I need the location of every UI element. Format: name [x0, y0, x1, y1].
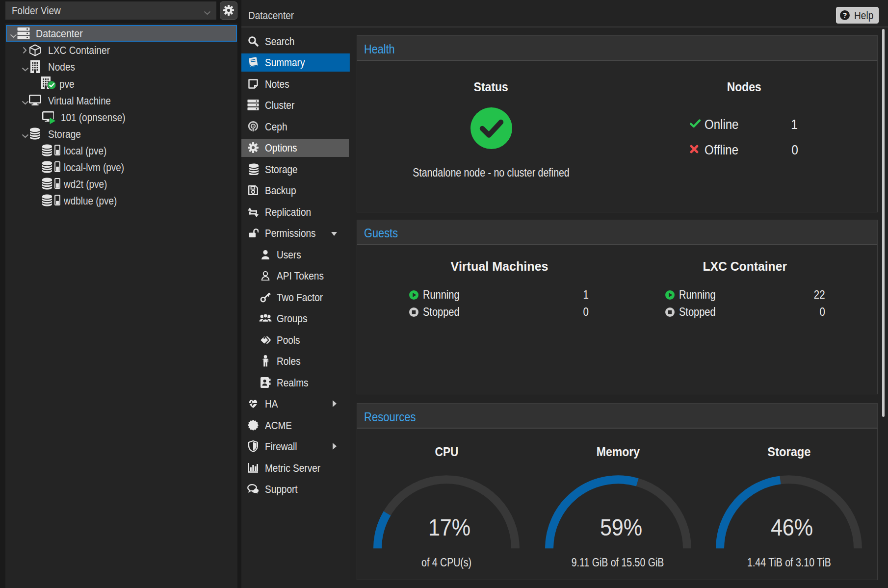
- svg-text:?: ?: [843, 11, 847, 19]
